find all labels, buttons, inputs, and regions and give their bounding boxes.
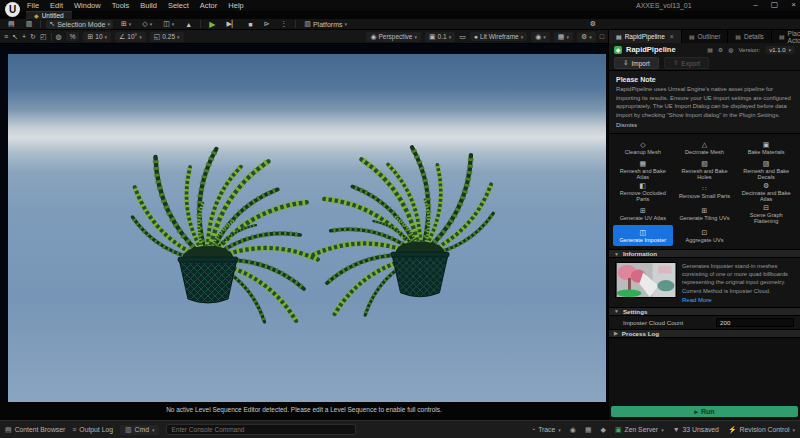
gear-icon[interactable]: ⚙ bbox=[718, 46, 723, 53]
maximize-icon[interactable]: ▢ bbox=[771, 0, 779, 9]
content-browser-button[interactable]: ▤ Content Browser bbox=[5, 426, 65, 434]
pipeline-action-aggregate-uvs[interactable]: ⊡Aggregate UVs bbox=[675, 225, 735, 246]
settings-gear-icon[interactable]: ⚙ bbox=[587, 20, 599, 29]
docs-icon[interactable]: ▤ bbox=[707, 46, 713, 53]
editor-modes-icon[interactable]: ▲ bbox=[182, 20, 195, 29]
pipeline-action-generate-imposter[interactable]: ◫Generate Imposter bbox=[613, 225, 673, 246]
move-tool-icon[interactable]: + bbox=[22, 33, 26, 40]
panel-tab-outliner[interactable]: ▤Outliner bbox=[682, 30, 728, 43]
unsaved-button[interactable]: ▼ 33 Unsaved bbox=[673, 426, 719, 433]
dismiss-link[interactable]: Dismiss bbox=[616, 122, 637, 128]
main-toolbar: ▤ ▥ ↖ Selection Mode ▾ ⊞▾ ◇▾ ◫▾ ▲ ▶ ▶▏ ■… bbox=[0, 19, 800, 30]
world-transform-icon[interactable]: ◍ bbox=[56, 33, 62, 41]
cinematics-dropdown[interactable]: ◫▾ bbox=[160, 20, 177, 29]
pipeline-action-generate-tiling-uvs[interactable]: ⊞Generate Tiling UVs bbox=[675, 203, 735, 224]
menu-select[interactable]: Select bbox=[168, 1, 189, 10]
zen-server-label: Zen Server bbox=[625, 426, 659, 433]
platforms-dropdown[interactable]: ▥ Platforms ▾ bbox=[301, 20, 350, 29]
level-viewport[interactable]: No active Level Sequence Editor detected… bbox=[0, 44, 608, 420]
toolbar-divider bbox=[51, 33, 52, 41]
process-log-section-header[interactable]: ▶ Process Log bbox=[609, 329, 800, 338]
level-tab-label: Untitled bbox=[42, 12, 64, 19]
pipeline-action-remove-small-parts[interactable]: ∷Remove Small Parts bbox=[675, 181, 735, 202]
trace-icon: ◔ bbox=[531, 426, 535, 433]
rotate-tool-icon[interactable]: ↻ bbox=[30, 33, 36, 41]
zen-server-dropdown[interactable]: ▣ Zen Server ▾ bbox=[615, 426, 664, 434]
scale-snap-dropdown[interactable]: ◱ 0.25 ▾ bbox=[150, 32, 184, 42]
scale-tool-icon[interactable]: ◰ bbox=[40, 33, 47, 41]
save-icon[interactable]: ▤ bbox=[5, 20, 18, 29]
grid-snap-dropdown[interactable]: ⊞ 10 ▾ bbox=[83, 32, 111, 42]
pipeline-action-remesh-and-bake-holes[interactable]: ▧Remesh and Bake Holes bbox=[675, 159, 735, 180]
globe-icon[interactable]: ◍ bbox=[728, 46, 733, 53]
memory-icon[interactable]: ▦ bbox=[585, 426, 592, 434]
imposter-cloud-count-input[interactable] bbox=[716, 318, 794, 327]
camera-speed-dropdown[interactable]: ▣ 0.1 ▾ bbox=[425, 32, 455, 42]
stop-button[interactable]: ■ bbox=[245, 20, 255, 29]
perspective-dropdown[interactable]: ◉ Perspective ▾ bbox=[366, 32, 421, 42]
play-options-icon[interactable]: ⋮ bbox=[277, 20, 290, 29]
panel-tab-details[interactable]: ▤Details bbox=[728, 30, 772, 43]
close-tab-icon[interactable]: × bbox=[670, 33, 674, 40]
pipeline-action-decimate-and-bake-atlas[interactable]: ⚙Decimate and Bake Atlas bbox=[736, 181, 796, 202]
menu-file[interactable]: File bbox=[27, 1, 39, 10]
rotation-snap-dropdown[interactable]: ∠ 10° ▾ bbox=[115, 32, 146, 42]
view-mode-dropdown[interactable]: ● Lit Wireframe ▾ bbox=[470, 32, 527, 41]
action-label: Generate UV Atlas bbox=[620, 215, 666, 221]
screenshot-icon[interactable]: ▭ bbox=[459, 33, 466, 41]
version-dropdown[interactable]: v1.1.0 ▾ bbox=[765, 46, 795, 54]
menu-window[interactable]: Window bbox=[74, 1, 101, 10]
export-button[interactable]: ⇧ Export bbox=[664, 57, 709, 69]
import-button[interactable]: ⇩ Import bbox=[614, 57, 659, 69]
selection-mode-dropdown[interactable]: ↖ Selection Mode ▾ bbox=[46, 20, 113, 29]
surface-snap-toggle[interactable]: % bbox=[66, 32, 80, 41]
frame-skip-button[interactable]: ▶▏ bbox=[223, 20, 240, 29]
viewport-menu-icon[interactable]: ≡ bbox=[4, 33, 8, 40]
cursor-icon: ↖ bbox=[49, 20, 55, 28]
notifications-icon[interactable]: ◆ bbox=[601, 426, 606, 434]
output-log-button[interactable]: ≡ Output Log bbox=[72, 426, 113, 433]
pipeline-action-decimate-mesh[interactable]: △Decimate Mesh bbox=[675, 137, 735, 158]
camera-speed-value: 0.1 bbox=[438, 33, 447, 40]
menu-build[interactable]: Build bbox=[140, 1, 157, 10]
trace-dropdown[interactable]: ◔ Trace ▾ bbox=[531, 426, 561, 433]
play-button[interactable]: ▶ bbox=[206, 20, 218, 29]
cmd-dropdown[interactable]: ▥ Cmd ▾ bbox=[120, 425, 160, 435]
read-more-link[interactable]: Read More bbox=[682, 297, 794, 303]
menu-actor[interactable]: Actor bbox=[200, 1, 218, 10]
viewport-settings-dropdown[interactable]: ⚙▾ bbox=[577, 32, 596, 42]
content-browser-icon[interactable]: ▥ bbox=[23, 20, 36, 29]
window-controls: – ▢ × bbox=[753, 0, 796, 9]
menu-edit[interactable]: Edit bbox=[50, 1, 63, 10]
pipeline-action-generate-uv-atlas[interactable]: ⊞Generate UV Atlas bbox=[613, 203, 673, 224]
blueprints-dropdown[interactable]: ◇▾ bbox=[139, 20, 155, 29]
insights-icon[interactable]: ◉ bbox=[570, 426, 576, 434]
show-flags-dropdown[interactable]: ◉▾ bbox=[531, 32, 550, 42]
pipeline-action-remove-occluded-parts[interactable]: ◧Remove Occluded Parts bbox=[613, 181, 673, 202]
level-tab-untitled[interactable]: ◆ Untitled bbox=[26, 11, 72, 19]
add-actor-dropdown[interactable]: ⊞▾ bbox=[118, 20, 134, 29]
pipeline-action-remesh-and-bake-atlas[interactable]: ▦Remesh and Bake Atlas bbox=[613, 159, 673, 180]
select-tool-icon[interactable]: ↖ bbox=[12, 33, 18, 41]
menu-tools[interactable]: Tools bbox=[112, 1, 130, 10]
unreal-logo-icon: U bbox=[5, 2, 20, 17]
pipeline-action-cleanup-mesh[interactable]: ◇Cleanup Mesh bbox=[613, 137, 673, 158]
information-section-header[interactable]: ▼ Information bbox=[609, 249, 800, 258]
panel-tab-rapidpipeline[interactable]: ▤RapidPipeline× bbox=[609, 30, 682, 43]
view-options-dropdown[interactable]: ▦▾ bbox=[554, 32, 573, 42]
import-export-row: ⇩ Import ⇧ Export bbox=[609, 56, 800, 71]
panel-tab-place-actors[interactable]: ▤Place Actors bbox=[772, 30, 800, 43]
close-icon[interactable]: × bbox=[791, 0, 796, 9]
console-command-input[interactable] bbox=[166, 424, 356, 435]
run-button[interactable]: ▸ Run bbox=[611, 406, 798, 417]
minimize-icon[interactable]: – bbox=[753, 0, 757, 9]
pipeline-action-scene-graph-flattening[interactable]: ⊟Scene Graph Flattening bbox=[736, 203, 796, 224]
information-title: Information bbox=[623, 250, 657, 257]
maximize-viewport-icon[interactable]: □ bbox=[600, 33, 604, 40]
revision-control-dropdown[interactable]: ⚡ Revision Control ▾ bbox=[728, 426, 795, 434]
pipeline-action-remesh-and-bake-decals[interactable]: ▨Remesh and Bake Decals bbox=[736, 159, 796, 180]
pipeline-action-bake-materials[interactable]: ▣Bake Materials bbox=[736, 137, 796, 158]
launch-button[interactable]: ⊳ bbox=[260, 20, 272, 29]
menu-help[interactable]: Help bbox=[228, 1, 243, 10]
settings-section-header[interactable]: ▼ Settings bbox=[609, 307, 800, 316]
